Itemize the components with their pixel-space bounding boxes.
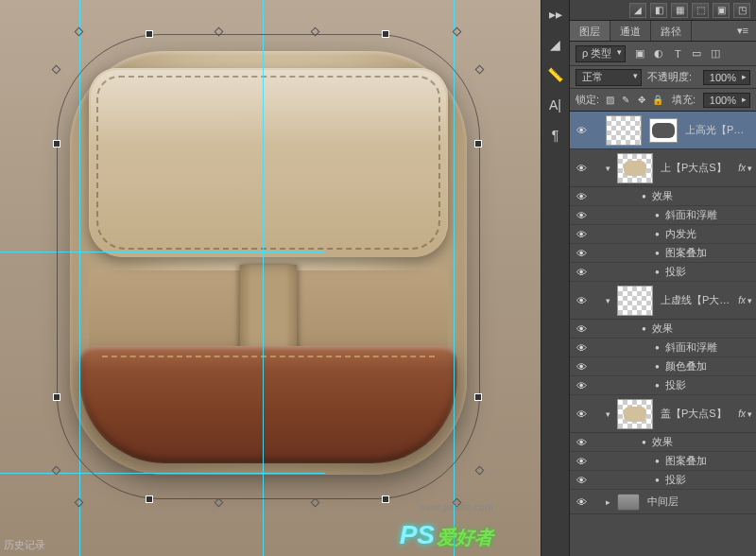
anchor-point[interactable]: [382, 495, 389, 503]
fill-value[interactable]: 100%: [703, 93, 750, 108]
layer-thumbnail[interactable]: [606, 115, 642, 146]
filter-smart-icon[interactable]: ◫: [707, 45, 724, 62]
bezier-handle[interactable]: [475, 466, 485, 476]
thumb-option-icon[interactable]: ◢: [629, 3, 646, 18]
visibility-icon[interactable]: 👁: [574, 437, 589, 448]
thumb-option-icon[interactable]: ◳: [733, 3, 750, 18]
layer-name[interactable]: 上【P大点S】: [657, 161, 738, 175]
tab-layers[interactable]: 图层: [570, 21, 610, 41]
lock-pixels-icon[interactable]: ✎: [619, 94, 632, 107]
layer-mask-thumbnail[interactable]: [649, 118, 678, 143]
fx-badge[interactable]: fx: [738, 408, 746, 419]
filter-adjust-icon[interactable]: ◐: [650, 45, 667, 62]
effect-row[interactable]: 👁●效果: [570, 433, 756, 452]
ruler-icon[interactable]: 📏: [547, 66, 564, 83]
filter-pixel-icon[interactable]: ▣: [631, 45, 648, 62]
triangle-icon[interactable]: ◢: [547, 36, 564, 53]
layer-thumbnail[interactable]: [617, 286, 653, 316]
layer-name[interactable]: 上高光【P大点S】: [681, 123, 752, 137]
effect-row[interactable]: 👁●内发光: [570, 225, 756, 244]
fx-twirl-icon[interactable]: ▾: [747, 164, 752, 173]
layer-row[interactable]: 👁 ▾ 盖【P大点S】 fx▾: [570, 395, 756, 433]
guide-horizontal[interactable]: [0, 252, 325, 252]
visibility-icon[interactable]: 👁: [574, 408, 589, 420]
twirl-icon[interactable]: ▾: [602, 296, 613, 305]
anchor-point[interactable]: [146, 495, 153, 503]
anchor-point[interactable]: [146, 30, 153, 38]
tab-paths[interactable]: 路径: [651, 21, 692, 41]
thumb-option-icon[interactable]: ▦: [671, 3, 688, 18]
lock-position-icon[interactable]: ✥: [635, 94, 648, 107]
visibility-icon[interactable]: 👁: [574, 323, 589, 335]
bezier-handle[interactable]: [311, 27, 320, 37]
visibility-icon[interactable]: 👁: [574, 229, 589, 240]
bezier-handle[interactable]: [75, 27, 84, 37]
twirl-icon[interactable]: ▸: [602, 497, 613, 507]
canvas-area[interactable]: 历史记录 www.psahz.com PS 爱好者: [0, 0, 541, 556]
fx-badge[interactable]: fx: [738, 295, 746, 305]
visibility-icon[interactable]: 👁: [574, 125, 589, 136]
visibility-icon[interactable]: 👁: [574, 248, 589, 259]
effect-row[interactable]: 👁●颜色叠加: [570, 357, 756, 376]
fx-badge[interactable]: fx: [738, 163, 746, 173]
visibility-icon[interactable]: 👁: [574, 456, 589, 467]
layer-row[interactable]: 👁 ▾ 上【P大点S】 fx▾: [570, 149, 756, 187]
visibility-icon[interactable]: 👁: [574, 342, 589, 354]
layer-thumbnail[interactable]: [617, 399, 653, 429]
visibility-icon[interactable]: 👁: [574, 210, 589, 221]
expand-dock-icon[interactable]: ▸▸: [547, 6, 564, 23]
visibility-icon[interactable]: 👁: [574, 380, 589, 391]
fx-twirl-icon[interactable]: ▾: [747, 409, 752, 419]
visibility-icon[interactable]: 👁: [574, 496, 589, 508]
layer-group-row[interactable]: 👁 ▸ 中间层: [570, 490, 756, 514]
bezier-handle[interactable]: [52, 65, 61, 75]
layer-name[interactable]: 上虚线【P大点...: [657, 293, 738, 307]
anchor-point[interactable]: [474, 140, 482, 148]
twirl-icon[interactable]: ▾: [602, 409, 613, 419]
effect-row[interactable]: 👁●斜面和浮雕: [570, 339, 756, 357]
effect-row[interactable]: 👁●投影: [570, 471, 756, 490]
effect-row[interactable]: 👁●投影: [570, 263, 756, 282]
anchor-point[interactable]: [53, 140, 60, 148]
visibility-icon[interactable]: 👁: [574, 295, 589, 306]
effect-row[interactable]: 👁●图案叠加: [570, 452, 756, 471]
guide-horizontal[interactable]: [0, 473, 325, 474]
bezier-handle[interactable]: [475, 65, 485, 75]
thumb-option-icon[interactable]: ◧: [650, 3, 667, 18]
character-panel-icon[interactable]: A|: [547, 96, 564, 113]
bezier-handle[interactable]: [215, 498, 224, 508]
layer-row[interactable]: 👁 上高光【P大点S】: [570, 112, 756, 149]
bezier-handle[interactable]: [215, 27, 224, 37]
blend-mode-dropdown[interactable]: 正常: [576, 69, 642, 86]
visibility-icon[interactable]: 👁: [574, 475, 589, 486]
filter-type-icon[interactable]: T: [669, 45, 686, 62]
bezier-handle[interactable]: [311, 498, 320, 508]
layer-row[interactable]: 👁 ▾ 上虚线【P大点... fx▾: [570, 282, 756, 320]
effect-row[interactable]: 👁●效果: [570, 320, 756, 339]
guide-vertical[interactable]: [454, 0, 455, 556]
visibility-icon[interactable]: 👁: [574, 191, 589, 202]
visibility-icon[interactable]: 👁: [574, 267, 589, 278]
bezier-handle[interactable]: [75, 498, 84, 508]
layer-name[interactable]: 盖【P大点S】: [657, 407, 738, 421]
paragraph-panel-icon[interactable]: ¶: [547, 127, 564, 144]
thumb-option-icon[interactable]: ▣: [713, 3, 730, 18]
panel-menu-icon[interactable]: ▾≡: [730, 21, 756, 41]
fx-twirl-icon[interactable]: ▾: [747, 296, 752, 305]
filter-shape-icon[interactable]: ▭: [688, 45, 705, 62]
anchor-point[interactable]: [382, 30, 389, 38]
layer-thumbnail[interactable]: [617, 153, 653, 183]
effect-row[interactable]: 👁●投影: [570, 376, 756, 395]
visibility-icon[interactable]: 👁: [574, 163, 589, 174]
tab-channels[interactable]: 通道: [610, 21, 651, 41]
effect-row[interactable]: 👁●图案叠加: [570, 244, 756, 263]
layer-name[interactable]: 中间层: [644, 495, 752, 509]
anchor-point[interactable]: [474, 393, 482, 401]
effect-row[interactable]: 👁●效果: [570, 187, 756, 206]
visibility-icon[interactable]: 👁: [574, 361, 589, 373]
effect-row[interactable]: 👁●斜面和浮雕: [570, 206, 756, 225]
anchor-point[interactable]: [53, 393, 60, 401]
lock-transparency-icon[interactable]: ▨: [603, 94, 616, 107]
opacity-value[interactable]: 100%: [703, 70, 750, 85]
twirl-icon[interactable]: ▾: [602, 164, 613, 173]
